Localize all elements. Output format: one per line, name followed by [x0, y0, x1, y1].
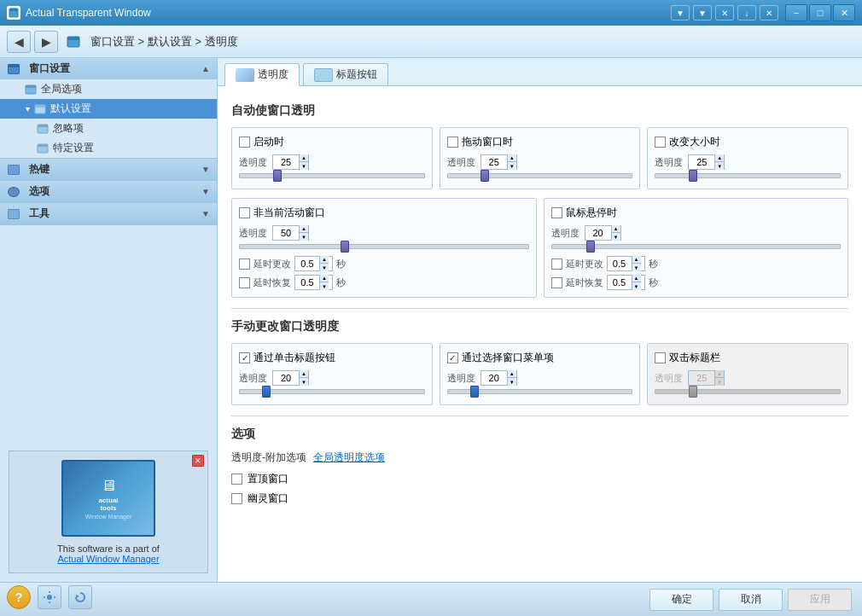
opacity-window-menu-down[interactable]: ▼: [507, 378, 516, 386]
slider-window-menu[interactable]: [447, 389, 633, 394]
ok-button[interactable]: 确定: [649, 589, 713, 611]
delay-restore-input-inactive[interactable]: ▲ ▼: [294, 275, 333, 290]
slider-hover[interactable]: [551, 244, 842, 249]
trans-btn[interactable]: ✕: [715, 5, 734, 20]
trans-box-start: 启动时 透明度 ▲ ▼: [231, 127, 433, 189]
refresh-icon[interactable]: [68, 585, 92, 609]
checkbox-inactive-delay-restore[interactable]: [239, 277, 250, 288]
opacity-inactive-down[interactable]: ▼: [299, 233, 308, 241]
promo-product-link[interactable]: Actual Window Manager: [18, 554, 199, 564]
delay-change-input-inactive[interactable]: ▲ ▼: [294, 256, 333, 271]
opacity-title-btn-input[interactable]: ▲ ▼: [272, 370, 309, 386]
opacity-drag-input[interactable]: ▲ ▼: [481, 154, 517, 170]
opacity-drag-up[interactable]: ▲: [507, 154, 516, 162]
opacity-title-btn-up[interactable]: ▲: [299, 370, 308, 378]
sidebar-item-global-options[interactable]: 全局选项: [0, 79, 217, 99]
delay-restore-input-hover[interactable]: ▲ ▼: [607, 275, 645, 290]
opacity-start-value[interactable]: [273, 157, 299, 167]
opacity-inactive-label: 透明度: [239, 227, 267, 240]
sidebar-header-tools[interactable]: 工具 ▼: [0, 203, 217, 224]
forward-button[interactable]: ▶: [34, 31, 58, 53]
delay-change-down-hover[interactable]: ▼: [632, 264, 641, 271]
checkbox-always-on-top[interactable]: [231, 474, 242, 485]
cancel-button[interactable]: 取消: [719, 589, 783, 611]
opacity-window-menu-up[interactable]: ▲: [507, 370, 516, 378]
opacity-resize-value[interactable]: [689, 157, 714, 167]
opacity-resize-input[interactable]: ▲ ▼: [688, 154, 725, 170]
delay-change-value-inactive[interactable]: [295, 259, 319, 269]
opacity-hover-value[interactable]: [585, 228, 611, 238]
checkbox-hover[interactable]: [551, 207, 562, 218]
delay-restore-down-inactive[interactable]: ▼: [319, 282, 329, 290]
maximize-btn[interactable]: □: [809, 4, 831, 21]
scroll-area[interactable]: 自动使窗口透明 启动时 透明度 ▲ ▼: [218, 86, 862, 582]
sidebar-header-hotkeys[interactable]: 热键 ▼: [0, 159, 217, 180]
delay-change-up-inactive[interactable]: ▲: [319, 256, 329, 264]
opacity-inactive-value[interactable]: [273, 228, 299, 238]
slider-drag[interactable]: [447, 173, 633, 178]
opacity-window-menu-value[interactable]: [481, 373, 507, 383]
checkbox-window-menu[interactable]: [447, 352, 458, 363]
delay-restore-value-hover[interactable]: [608, 277, 632, 288]
checkbox-dbl-click-label: 双击标题栏: [669, 351, 720, 365]
sidebar-header-options[interactable]: 选项 ▼: [0, 181, 217, 202]
opacity-inactive-input[interactable]: ▲ ▼: [272, 225, 309, 241]
checkbox-start[interactable]: [239, 137, 250, 148]
opacity-start-up[interactable]: ▲: [299, 154, 308, 162]
checkbox-resize[interactable]: [655, 137, 666, 148]
opacity-start-input[interactable]: ▲ ▼: [272, 154, 309, 170]
checkbox-inactive-delay-change[interactable]: [239, 259, 250, 270]
opacity-drag-down[interactable]: ▼: [507, 162, 516, 170]
close-btn[interactable]: ✕: [833, 4, 855, 21]
checkbox-drag[interactable]: [447, 137, 458, 148]
tab-title-button[interactable]: 标题按钮: [303, 63, 388, 85]
apply-button[interactable]: 应用: [788, 589, 852, 611]
help-icon[interactable]: ?: [7, 585, 31, 609]
opacity-inactive-up[interactable]: ▲: [299, 225, 308, 233]
checkbox-drag-label: 拖动窗口时: [462, 135, 513, 149]
snap-btn[interactable]: ↓: [737, 5, 756, 20]
slider-start[interactable]: [239, 173, 425, 178]
delay-restore-up-hover[interactable]: ▲: [632, 275, 641, 282]
opacity-title-btn-down[interactable]: ▼: [299, 378, 308, 386]
promo-close-btn[interactable]: ✕: [192, 455, 204, 467]
delay-change-value-hover[interactable]: [608, 259, 632, 269]
opacity-hover-down[interactable]: ▼: [611, 233, 620, 241]
tab-transparency[interactable]: 透明度: [224, 63, 300, 86]
sidebar-header-window-settings[interactable]: 窗口设置 ▲: [0, 58, 217, 79]
checkbox-dbl-click[interactable]: [655, 352, 666, 363]
opacity-resize-down[interactable]: ▼: [714, 162, 724, 170]
opacity-resize-up[interactable]: ▲: [714, 154, 724, 162]
close-extra-btn[interactable]: ✕: [760, 5, 778, 20]
opacity-start-down[interactable]: ▼: [299, 162, 308, 170]
global-opacity-link[interactable]: 全局透明度选项: [313, 450, 385, 465]
sidebar-item-ignore[interactable]: 忽略项: [0, 119, 217, 138]
delay-change-input-hover[interactable]: ▲ ▼: [607, 256, 645, 271]
slider-resize[interactable]: [655, 173, 841, 178]
back-button[interactable]: ◀: [7, 31, 31, 53]
opacity-drag-value[interactable]: [481, 157, 507, 167]
delay-restore-up-inactive[interactable]: ▲: [319, 275, 329, 282]
minimize-btn[interactable]: −: [785, 4, 807, 21]
opacity-hover-input[interactable]: ▲ ▼: [585, 225, 621, 241]
roll-btn[interactable]: ▼: [693, 5, 712, 20]
checkbox-title-btn[interactable]: [239, 352, 250, 363]
slider-inactive[interactable]: [239, 244, 529, 249]
delay-restore-value-inactive[interactable]: [295, 277, 319, 288]
delay-restore-down-hover[interactable]: ▼: [632, 282, 641, 290]
delay-change-up-hover[interactable]: ▲: [632, 256, 641, 264]
opacity-hover-up[interactable]: ▲: [611, 225, 620, 233]
delay-change-down-inactive[interactable]: ▼: [319, 264, 329, 271]
settings-icon[interactable]: [38, 585, 61, 609]
checkbox-hover-delay-change[interactable]: [551, 259, 562, 270]
checkbox-ghost-window[interactable]: [231, 493, 242, 504]
sidebar-item-specific[interactable]: 特定设置: [0, 138, 217, 158]
pin-btn[interactable]: ▼: [671, 5, 690, 20]
checkbox-hover-delay-restore[interactable]: [551, 277, 562, 288]
svg-rect-5: [26, 85, 36, 88]
checkbox-inactive[interactable]: [239, 207, 250, 218]
opacity-window-menu-input[interactable]: ▲ ▼: [481, 370, 517, 386]
opacity-title-btn-value[interactable]: [273, 373, 299, 383]
sidebar-item-default-settings[interactable]: ▼ 默认设置: [0, 99, 217, 119]
slider-title-btn[interactable]: [239, 389, 425, 394]
